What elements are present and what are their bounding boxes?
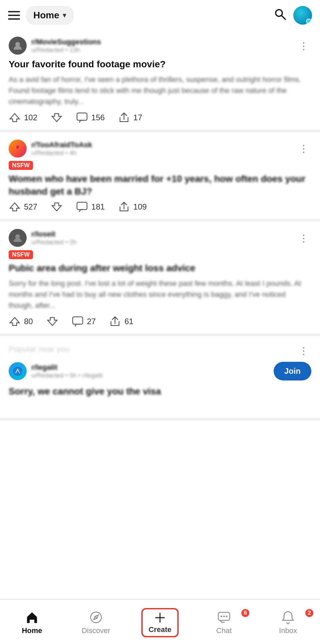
more-options-icon[interactable]: ⋮ <box>296 231 311 245</box>
home-dropdown[interactable]: Home ▾ <box>26 6 74 25</box>
post-subreddit[interactable]: r/loseit <box>31 230 77 239</box>
share-count: 61 <box>124 317 133 326</box>
post-card: r/loseit u/Redacted • 2h ⋮ NSFW Pubic ar… <box>0 222 320 336</box>
inbox-badge: 2 <box>305 608 314 618</box>
header-left: Home ▾ <box>8 6 74 25</box>
svg-point-11 <box>95 617 97 618</box>
post-title: Your favorite found footage movie? <box>9 58 311 71</box>
post-body: As a avid fan of horror, I've seen a ple… <box>9 74 311 107</box>
upvote-button[interactable]: 527 <box>9 201 37 213</box>
bottom-nav: Home Discover Create 6 Chat <box>0 599 320 644</box>
comment-button[interactable]: 27 <box>72 316 96 327</box>
post-info: r/TooAfraidToAsk u/Redacted • 4h <box>31 141 92 157</box>
more-options-icon[interactable]: ⋮ <box>296 39 311 53</box>
header-right <box>273 6 312 25</box>
svg-line-1 <box>281 15 285 19</box>
upvote-count: 527 <box>24 202 37 212</box>
post-meta: r/legalit u/Redacted • 5h • r/legalit <box>9 362 103 380</box>
nsfw-badge: NSFW <box>9 250 33 259</box>
svg-point-5 <box>16 146 19 149</box>
more-options-icon[interactable]: ⋮ <box>296 343 311 358</box>
svg-rect-6 <box>77 202 87 210</box>
post-avatar <box>9 362 27 380</box>
share-button[interactable]: 17 <box>118 112 142 124</box>
comment-count: 181 <box>91 202 105 212</box>
post-meta: r/MovieSuggestions u/Redacted • 13h <box>9 37 101 55</box>
nav-item-home[interactable]: Home <box>0 607 64 637</box>
post-author: u/Redacted • 2h <box>31 239 77 246</box>
nav-label-home: Home <box>22 626 42 635</box>
post-avatar <box>9 140 27 158</box>
upvote-count: 102 <box>24 113 37 122</box>
header: Home ▾ <box>0 0 320 29</box>
compass-icon <box>89 610 103 624</box>
plus-icon <box>154 611 166 624</box>
menu-button[interactable] <box>8 11 20 20</box>
post-info: r/MovieSuggestions u/Redacted • 13h <box>31 38 101 54</box>
more-options-icon[interactable]: ⋮ <box>296 141 311 156</box>
post-subreddit[interactable]: r/legalit <box>31 363 103 372</box>
join-button[interactable]: Join <box>274 362 311 380</box>
downvote-button[interactable] <box>46 316 58 327</box>
post-subreddit[interactable]: r/TooAfraidToAsk <box>31 141 92 149</box>
search-button[interactable] <box>273 7 287 24</box>
svg-rect-3 <box>77 113 87 120</box>
post-author: u/Redacted • 5h • r/legalit <box>31 372 103 379</box>
svg-point-17 <box>226 615 228 617</box>
nav-label-create: Create <box>149 625 171 634</box>
share-button[interactable]: 109 <box>118 201 147 213</box>
downvote-button[interactable] <box>51 112 63 124</box>
avatar[interactable] <box>293 6 312 25</box>
post-title: Pubic area during after weight loss advi… <box>9 262 311 275</box>
post-header: r/TooAfraidToAsk u/Redacted • 4h ⋮ <box>9 140 311 158</box>
post-meta: r/TooAfraidToAsk u/Redacted • 4h <box>9 140 92 158</box>
post-header: r/MovieSuggestions u/Redacted • 13h ⋮ <box>9 37 311 55</box>
post-actions: 80 27 61 <box>9 316 311 327</box>
post-card: r/TooAfraidToAsk u/Redacted • 4h ⋮ NSFW … <box>0 132 320 222</box>
upvote-button[interactable]: 102 <box>9 112 37 124</box>
post-avatar <box>9 37 27 55</box>
post-title: Women who have been married for +10 year… <box>9 173 311 198</box>
nav-item-create[interactable]: Create <box>128 605 192 639</box>
svg-point-15 <box>221 615 222 617</box>
post-info: r/loseit u/Redacted • 2h <box>31 230 77 246</box>
nsfw-badge: NSFW <box>9 161 33 170</box>
post-meta: r/loseit u/Redacted • 2h <box>9 229 77 247</box>
chevron-down-icon: ▾ <box>63 11 66 20</box>
post-author: u/Redacted • 4h <box>31 149 92 157</box>
svg-rect-8 <box>73 317 83 324</box>
post-body: Sorry for the long post. I've lost a lot… <box>9 278 311 311</box>
nav-item-inbox[interactable]: 2 Inbox <box>256 607 320 637</box>
post-author: u/Redacted • 13h <box>31 46 101 54</box>
nav-label-discover: Discover <box>82 626 110 635</box>
upvote-button[interactable]: 80 <box>9 316 33 327</box>
post-header: r/loseit u/Redacted • 2h ⋮ <box>9 229 311 247</box>
comment-count: 27 <box>87 317 96 326</box>
feed: r/MovieSuggestions u/Redacted • 13h ⋮ Yo… <box>0 29 320 420</box>
share-count: 17 <box>133 113 142 122</box>
share-button[interactable]: 61 <box>109 316 133 327</box>
share-count: 109 <box>133 202 147 212</box>
nav-item-discover[interactable]: Discover <box>64 607 128 637</box>
post-card: r/MovieSuggestions u/Redacted • 13h ⋮ Yo… <box>0 29 320 132</box>
partial-section-label: Popular near you <box>9 344 70 354</box>
create-box: Create <box>141 608 179 637</box>
comment-button[interactable]: 156 <box>76 112 105 124</box>
upvote-count: 80 <box>24 317 33 326</box>
nav-item-chat[interactable]: 6 Chat <box>192 607 256 637</box>
avatar-badge <box>306 19 311 24</box>
post-subreddit[interactable]: r/MovieSuggestions <box>31 38 101 46</box>
svg-point-16 <box>223 615 225 617</box>
post-actions: 527 181 109 <box>9 201 311 213</box>
post-info: r/legalit u/Redacted • 5h • r/legalit <box>31 363 103 379</box>
home-label: Home <box>33 10 59 21</box>
partial-post-card: Popular near you ⋮ r/legalit u/Redacted … <box>0 336 320 420</box>
bell-icon <box>281 610 295 624</box>
post-header: r/legalit u/Redacted • 5h • r/legalit Jo… <box>9 362 311 380</box>
downvote-button[interactable] <box>51 201 63 213</box>
nav-label-inbox: Inbox <box>279 626 297 635</box>
nav-label-chat: Chat <box>216 626 232 635</box>
home-icon <box>25 610 39 624</box>
comment-button[interactable]: 181 <box>76 201 105 213</box>
post-title: Sorry, we cannot give you the visa <box>9 385 311 398</box>
